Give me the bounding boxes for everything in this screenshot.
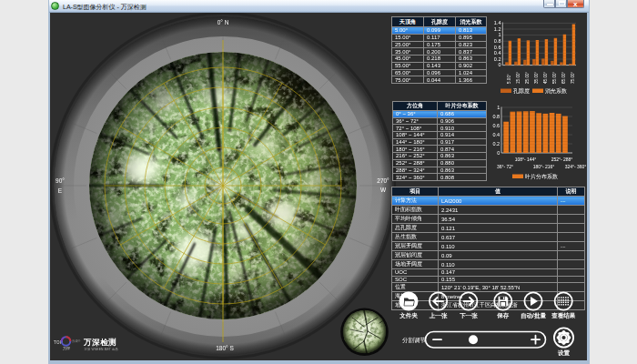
svg-text:1: 1 — [497, 105, 500, 110]
svg-text:下一张: 下一张 — [460, 312, 478, 319]
svg-text:1.2: 1.2 — [494, 26, 501, 32]
svg-text:45.00°: 45.00° — [543, 72, 548, 84]
svg-text:保存: 保存 — [496, 312, 510, 319]
svg-text:万深 WSEEN.NET 出品: 万深 WSEEN.NET 出品 — [85, 348, 119, 351]
svg-text:108°- 144°: 108°- 144° — [515, 157, 537, 162]
svg-text:1.4: 1.4 — [494, 20, 501, 25]
svg-text:叶片分布系数: 叶片分布系数 — [525, 173, 558, 180]
svg-text:文件夹: 文件夹 — [399, 312, 418, 319]
svg-text:W: W — [380, 187, 387, 193]
svg-text:查看结果: 查看结果 — [551, 312, 576, 319]
svg-text:270°: 270° — [377, 177, 389, 184]
svg-text:180° S: 180° S — [216, 345, 234, 351]
svg-text:0° N: 0° N — [217, 19, 229, 25]
svg-text:0.6: 0.6 — [494, 45, 501, 50]
svg-text:324°- 360°: 324°- 360° — [565, 164, 587, 169]
svg-text:0.4: 0.4 — [493, 132, 500, 137]
svg-text:上一张: 上一张 — [430, 312, 448, 319]
svg-text:0.2: 0.2 — [494, 56, 501, 62]
svg-text:36°- 72°: 36°- 72° — [497, 164, 513, 169]
svg-text:0.8: 0.8 — [494, 38, 501, 44]
svg-text:55.00°: 55.00° — [552, 72, 557, 84]
svg-text:0.4: 0.4 — [494, 50, 501, 56]
svg-text:E: E — [58, 187, 63, 194]
svg-text:5.00°: 5.00° — [507, 74, 511, 84]
svg-text:180°- 216°: 180°- 216° — [533, 164, 555, 169]
svg-text:1: 1 — [498, 32, 500, 37]
svg-text:15.00°: 15.00° — [516, 72, 521, 84]
svg-text:0.2: 0.2 — [493, 141, 500, 147]
svg-text:25.00°: 25.00° — [525, 72, 530, 84]
svg-text:消光系数: 消光系数 — [545, 87, 567, 95]
svg-text:万深: 万深 — [63, 346, 70, 350]
svg-text:252°- 288°: 252°- 288° — [551, 157, 573, 162]
svg-text:0: 0 — [498, 62, 500, 67]
svg-text:90°: 90° — [56, 177, 65, 184]
svg-text:0.8: 0.8 — [493, 114, 500, 119]
svg-text:自动/批量: 自动/批量 — [521, 312, 546, 319]
svg-text:65.00°: 65.00° — [561, 72, 566, 84]
svg-text:万深检测: 万深检测 — [83, 338, 116, 347]
svg-text:云农®: 云农® — [72, 339, 81, 343]
svg-text:75.00°: 75.00° — [571, 72, 575, 84]
svg-text:0: 0 — [497, 150, 500, 156]
svg-text:设置: 设置 — [557, 349, 571, 356]
svg-text:0.6: 0.6 — [493, 123, 500, 128]
svg-text:孔隙度: 孔隙度 — [513, 87, 530, 95]
svg-text:分割调节: 分割调节 — [402, 337, 427, 344]
svg-text:35.00°: 35.00° — [534, 72, 539, 84]
